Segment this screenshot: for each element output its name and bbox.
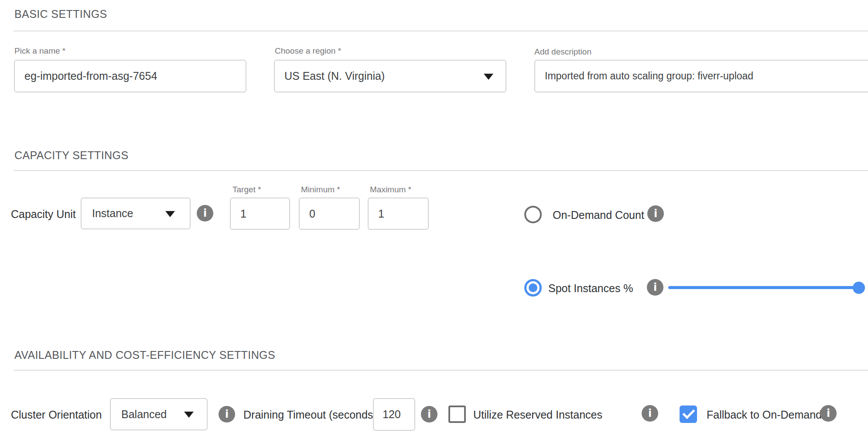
- target-input[interactable]: 1: [230, 198, 290, 230]
- maximum-input[interactable]: 1: [368, 198, 429, 230]
- cluster-orientation-label: Cluster Orientation: [11, 409, 102, 421]
- cluster-orientation-select[interactable]: Balanced: [110, 398, 208, 430]
- cluster-orientation-info-icon[interactable]: i: [219, 406, 235, 423]
- minimum-input[interactable]: 0: [299, 198, 360, 230]
- name-input[interactable]: eg-imported-from-asg-7654: [14, 60, 246, 92]
- slider-fill: [668, 286, 859, 289]
- capacity-unit-label: Capacity Unit: [11, 208, 76, 221]
- elastigroup-settings-form: BASIC SETTINGS Pick a name * eg-imported…: [0, 0, 868, 443]
- spot-percentage-slider[interactable]: [668, 286, 859, 290]
- chevron-down-icon: [165, 211, 175, 217]
- region-label: Choose a region *: [275, 46, 341, 56]
- fallback-to-on-demand-info-icon[interactable]: i: [820, 405, 837, 422]
- on-demand-count-radio[interactable]: [524, 206, 542, 223]
- utilize-reserved-instances-checkbox[interactable]: [448, 406, 466, 423]
- chevron-down-icon: [484, 74, 493, 80]
- slider-thumb[interactable]: [853, 282, 865, 294]
- on-demand-count-info-icon[interactable]: i: [647, 205, 664, 222]
- fallback-to-on-demand-label: Fallback to On-Demand: [707, 409, 822, 421]
- draining-timeout-info-icon[interactable]: i: [421, 406, 437, 423]
- utilize-reserved-instances-info-icon[interactable]: i: [642, 405, 658, 422]
- capacity-unit-select[interactable]: Instance: [81, 198, 191, 229]
- fallback-to-on-demand-checkbox[interactable]: [680, 406, 697, 423]
- name-label: Pick a name *: [14, 46, 65, 56]
- description-input[interactable]: Imported from auto scaling group: fiverr…: [534, 60, 868, 92]
- spot-instances-label: Spot Instances %: [548, 282, 633, 295]
- on-demand-count-label: On-Demand Count: [553, 209, 644, 222]
- cluster-orientation-selected-value: Balanced: [121, 408, 167, 421]
- spot-instances-radio[interactable]: [524, 279, 542, 296]
- availability-settings-title: AVAILABILITY AND COST-EFFICIENCY SETTING…: [14, 349, 275, 361]
- chevron-down-icon: [184, 412, 194, 418]
- capacity-unit-selected-value: Instance: [92, 207, 133, 220]
- target-label: Target *: [232, 185, 261, 194]
- utilize-reserved-instances-label: Utilize Reserved Instances: [473, 409, 602, 421]
- spot-instances-info-icon[interactable]: i: [647, 279, 663, 296]
- description-label: Add description: [534, 47, 591, 57]
- section-divider: [14, 170, 868, 171]
- minimum-label: Minimum *: [301, 185, 340, 194]
- capacity-settings-title: CAPACITY SETTINGS: [14, 149, 128, 162]
- region-select[interactable]: US East (N. Virginia): [274, 60, 506, 92]
- region-selected-value: US East (N. Virginia): [284, 70, 385, 82]
- draining-timeout-input[interactable]: 120: [373, 398, 415, 431]
- draining-timeout-label: Draining Timeout (seconds): [243, 409, 377, 421]
- basic-settings-title: BASIC SETTINGS: [14, 8, 107, 20]
- maximum-label: Maximum *: [370, 185, 411, 194]
- section-divider: [14, 31, 868, 31]
- capacity-unit-info-icon[interactable]: i: [197, 205, 213, 222]
- section-divider: [14, 370, 868, 371]
